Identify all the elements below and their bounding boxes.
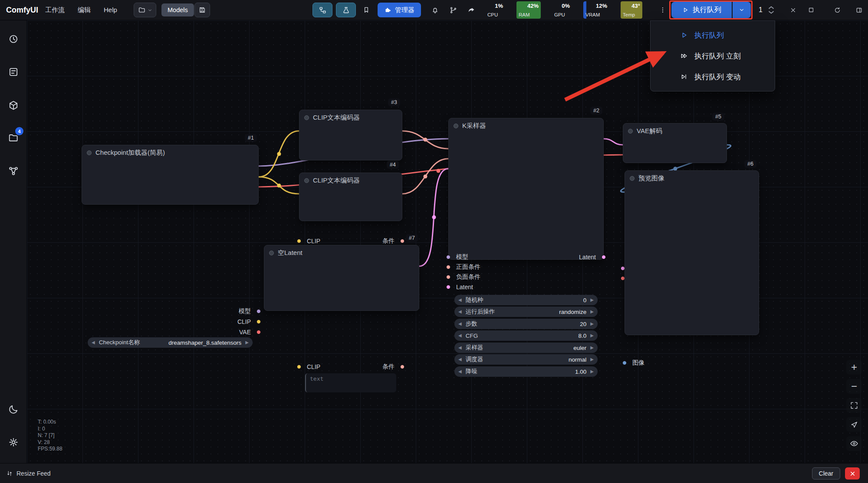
menu-edit[interactable]: 编辑 <box>78 6 91 14</box>
sampler-widget[interactable]: ◀ 采样器 euler ▶ <box>454 343 598 353</box>
resize-feed-handle[interactable]: Resize Feed <box>6 470 51 477</box>
zoom-out-button[interactable]: − <box>846 379 862 394</box>
share-button[interactable] <box>464 3 478 17</box>
model-output-dot[interactable] <box>256 309 261 313</box>
menu-workflow[interactable]: 工作流 <box>45 6 65 14</box>
prev-arrow-icon[interactable]: ◀ <box>458 357 462 362</box>
more-options-button[interactable] <box>658 3 667 17</box>
stat-gpu: 0% GPU <box>552 1 572 19</box>
stat-vram: 12% VRAM <box>583 1 609 19</box>
node-title[interactable]: 预览图像 <box>625 171 759 186</box>
node-title[interactable]: Checkpoint加载器(简易) <box>82 145 258 160</box>
menu-item-run-queue-on-change[interactable]: 执行队列 变动 <box>651 66 775 87</box>
node-ksampler[interactable]: K采样器 模型 Latent 正面条件 负面条件 Latent ◀ 随机种 0 … <box>448 118 604 260</box>
stat-ram: 42% RAM <box>516 1 541 19</box>
prev-arrow-icon[interactable]: ◀ <box>458 310 462 314</box>
latent-input-dot[interactable] <box>446 285 450 289</box>
fit-view-button[interactable] <box>846 398 862 413</box>
seed-widget[interactable]: ◀ 随机种 0 ▶ <box>454 295 598 305</box>
steps-widget[interactable]: ◀ 步数 20 ▶ <box>454 319 598 329</box>
control-after-generate-widget[interactable]: ◀ 运行后操作 randomize ▶ <box>454 307 598 317</box>
latent-output-dot[interactable] <box>602 255 606 259</box>
prev-arrow-icon[interactable]: ◀ <box>458 346 462 350</box>
menu-item-run-queue[interactable]: 执行队列 <box>651 25 775 46</box>
node-checkpoint-loader[interactable]: Checkpoint加载器(简易) 模型 CLIP VAE ◀ Checkpoi… <box>82 145 259 205</box>
clip-output-dot[interactable] <box>256 320 261 324</box>
denoise-widget[interactable]: ◀ 降噪 1.00 ▶ <box>454 366 598 377</box>
node-preview-image[interactable]: 预览图像 图像 <box>625 170 759 335</box>
interrupt-button[interactable] <box>787 4 799 16</box>
next-arrow-icon[interactable]: ▶ <box>590 346 594 350</box>
node-title[interactable]: K采样器 <box>449 118 603 133</box>
node-title[interactable]: VAE解码 <box>623 124 727 138</box>
select-mode-button[interactable] <box>846 417 862 432</box>
node-title[interactable]: CLIP文本编码器 <box>299 173 402 188</box>
open-workflow-button[interactable] <box>134 3 156 17</box>
menu-item-run-queue-instant[interactable]: 执行队列 立刻 <box>651 46 775 66</box>
node-title[interactable]: CLIP文本编码器 <box>299 110 402 125</box>
refresh-button[interactable] <box>832 4 843 16</box>
checkpoint-name-widget[interactable]: ◀ Checkpoint名称 dreamshaper_8.safetensors… <box>88 337 253 348</box>
toggle-visibility-button[interactable] <box>846 436 862 451</box>
step-down-icon[interactable] <box>768 11 774 14</box>
next-arrow-icon[interactable]: ▶ <box>590 357 594 362</box>
prev-arrow-icon[interactable]: ◀ <box>458 369 462 374</box>
batch-count-value[interactable]: 1 <box>759 6 763 14</box>
toggle-canvas-info-button[interactable] <box>312 3 332 17</box>
next-arrow-icon[interactable]: ▶ <box>590 310 594 314</box>
cfg-widget[interactable]: ◀ CFG 8.0 ▶ <box>454 330 598 341</box>
negative-input-dot[interactable] <box>446 275 450 279</box>
toggle-panel-button[interactable] <box>853 4 865 16</box>
next-arrow-icon[interactable]: ▶ <box>245 340 249 345</box>
sidebar-item-node-library[interactable] <box>6 163 21 179</box>
next-arrow-icon[interactable]: ▶ <box>590 298 594 302</box>
app-logo[interactable]: ComfyUI <box>6 6 38 15</box>
image-input-dot[interactable] <box>622 361 627 365</box>
step-up-icon[interactable] <box>768 6 774 10</box>
theme-toggle-button[interactable] <box>6 401 21 417</box>
output-slot-model: 模型 <box>82 307 258 316</box>
node-title-label: Checkpoint加载器(简易) <box>95 149 165 157</box>
node-empty-latent[interactable]: 空Latent Latent ◀ 宽度 512 ▶ ◀ 高度 512 ▶ ◀ 批… <box>264 245 419 311</box>
sidebar-item-models[interactable] <box>6 98 21 113</box>
branch-icon <box>449 6 457 14</box>
positive-input-dot[interactable] <box>446 265 450 269</box>
sidebar-item-workflows[interactable]: 4 <box>6 130 21 146</box>
prev-arrow-icon[interactable]: ◀ <box>458 322 462 326</box>
bookmark-button[interactable] <box>359 3 373 17</box>
node-vae-decode[interactable]: VAE解码 Latent 图像 VAE <box>623 123 727 163</box>
scheduler-widget[interactable]: ◀ 调度器 normal ▶ <box>454 354 598 365</box>
conditioning-output-dot[interactable] <box>400 365 404 369</box>
batch-count-stepper[interactable] <box>768 6 774 14</box>
queue-options-dropdown-button[interactable] <box>733 2 751 18</box>
sidebar-item-queue[interactable] <box>6 64 21 80</box>
prompt-text-area[interactable]: text <box>305 373 396 392</box>
prev-arrow-icon[interactable]: ◀ <box>92 340 95 345</box>
toggle-beta-menu-button[interactable] <box>336 3 356 17</box>
node-clip-text-encode-positive[interactable]: CLIP文本编码器 CLIP 条件 1girl <box>299 110 402 160</box>
node-title[interactable]: 空Latent <box>264 245 419 260</box>
manager-button[interactable]: 管理器 <box>378 3 421 17</box>
save-workflow-button[interactable] <box>194 3 210 17</box>
prev-arrow-icon[interactable]: ◀ <box>458 333 462 338</box>
vae-output-dot[interactable] <box>256 330 261 334</box>
sidebar-item-history[interactable] <box>6 31 21 47</box>
swap-vertical-icon <box>6 470 13 477</box>
notifications-button[interactable] <box>428 3 442 17</box>
menu-help[interactable]: Help <box>104 6 117 14</box>
zoom-in-button[interactable]: + <box>846 360 862 375</box>
settings-button[interactable] <box>6 434 21 450</box>
run-queue-button[interactable]: 执行队列 <box>671 2 732 18</box>
node-clip-text-encode-negative[interactable]: CLIP文本编码器 CLIP 条件 text <box>299 173 402 221</box>
conditioning-output-dot[interactable] <box>400 239 404 243</box>
clear-queue-button[interactable] <box>806 4 817 16</box>
next-arrow-icon[interactable]: ▶ <box>590 369 594 374</box>
prev-arrow-icon[interactable]: ◀ <box>458 298 462 302</box>
next-arrow-icon[interactable]: ▶ <box>590 322 594 326</box>
models-button[interactable]: Models <box>161 3 194 16</box>
clear-feed-button[interactable]: Clear <box>812 467 840 480</box>
node-status-dot <box>630 176 635 181</box>
close-feed-button[interactable] <box>845 467 860 480</box>
branch-button[interactable] <box>446 3 460 17</box>
next-arrow-icon[interactable]: ▶ <box>590 333 594 338</box>
